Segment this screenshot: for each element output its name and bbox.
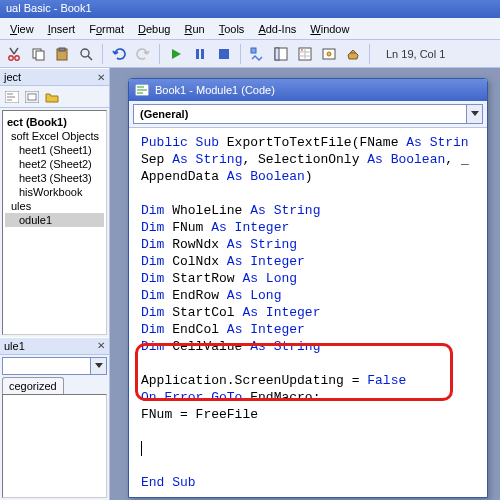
paste-icon[interactable] [52,44,72,64]
menu-addins[interactable]: Add-Ins [252,21,302,37]
menu-format[interactable]: Format [83,21,130,37]
code-window-titlebar[interactable]: Book1 - Module1 (Code) [129,79,487,101]
project-explorer-icon[interactable] [271,44,291,64]
text-cursor [141,441,142,456]
tree-workbook[interactable]: hisWorkbook [5,185,104,199]
chevron-down-icon[interactable] [466,105,482,123]
close-icon[interactable]: ✕ [97,72,105,83]
tree-sheet2[interactable]: heet2 (Sheet2) [5,157,104,171]
view-object-icon[interactable] [24,89,40,105]
separator [102,44,103,64]
properties-panel-header: ule1 ✕ [0,337,109,355]
svg-point-6 [81,49,89,57]
stop-icon[interactable] [214,44,234,64]
properties-grid[interactable] [2,394,107,499]
tree-excel-objects[interactable]: soft Excel Objects [5,129,104,143]
tree-project-root[interactable]: ect (Book1) [5,115,104,129]
svg-rect-9 [219,49,229,59]
svg-rect-7 [196,49,199,59]
code-window-title: Book1 - Module1 (Code) [155,84,275,96]
tree-modules[interactable]: ules [5,199,104,213]
svg-rect-19 [28,94,36,100]
design-mode-icon[interactable] [247,44,267,64]
view-code-icon[interactable] [4,89,20,105]
svg-point-1 [15,55,19,59]
properties-panel-title: ule1 [4,340,25,352]
find-icon[interactable] [76,44,96,64]
code-editor[interactable]: Public Sub ExportToTextFile(FName As Str… [129,127,487,497]
project-panel-toolbar [0,86,109,108]
properties-combo[interactable] [2,357,91,375]
run-icon[interactable] [166,44,186,64]
menu-bar: VViewiew Insert Format Debug Run Tools A… [0,18,500,40]
object-dropdown[interactable]: (General) [133,104,483,124]
cursor-position: Ln 19, Col 1 [386,48,445,60]
svg-point-14 [301,49,303,51]
svg-rect-12 [275,48,279,60]
menu-run[interactable]: Run [178,21,210,37]
properties-object-selector[interactable] [2,357,107,375]
menu-debug[interactable]: Debug [132,21,176,37]
separator [369,44,370,64]
project-panel-title: ject [4,71,21,83]
svg-rect-3 [36,51,44,60]
pause-icon[interactable] [190,44,210,64]
tree-module1[interactable]: odule1 [5,213,104,227]
copy-icon[interactable] [28,44,48,64]
object-dropdown-value: (General) [140,108,188,120]
mdi-workspace: Book1 - Module1 (Code) (General) Public … [110,68,500,500]
object-browser-icon[interactable] [319,44,339,64]
window-title: ual Basic - Book1 [0,0,500,18]
menu-insert[interactable]: Insert [42,21,82,37]
properties-icon[interactable] [295,44,315,64]
code-window[interactable]: Book1 - Module1 (Code) (General) Public … [128,78,488,498]
tab-categorized[interactable]: cegorized [2,377,64,394]
menu-view[interactable]: VViewiew [4,21,40,37]
project-tree[interactable]: ect (Book1) soft Excel Objects heet1 (Sh… [2,110,107,335]
module-icon [135,83,149,97]
toolbox-icon[interactable] [343,44,363,64]
folder-toggle-icon[interactable] [44,89,60,105]
close-icon[interactable]: ✕ [97,340,105,351]
tree-sheet3[interactable]: heet3 (Sheet3) [5,171,104,185]
svg-rect-10 [251,48,256,53]
svg-point-16 [327,52,331,56]
cut-icon[interactable] [4,44,24,64]
tree-sheet1[interactable]: heet1 (Sheet1) [5,143,104,157]
svg-rect-5 [59,48,65,51]
toolbar: Ln 19, Col 1 [0,40,500,68]
svg-rect-8 [201,49,204,59]
project-panel-header: ject ✕ [0,68,109,86]
separator [240,44,241,64]
menu-window[interactable]: Window [304,21,355,37]
undo-icon[interactable] [109,44,129,64]
separator [159,44,160,64]
svg-point-0 [9,55,13,59]
menu-tools[interactable]: Tools [213,21,251,37]
chevron-down-icon[interactable] [91,357,107,375]
redo-icon[interactable] [133,44,153,64]
